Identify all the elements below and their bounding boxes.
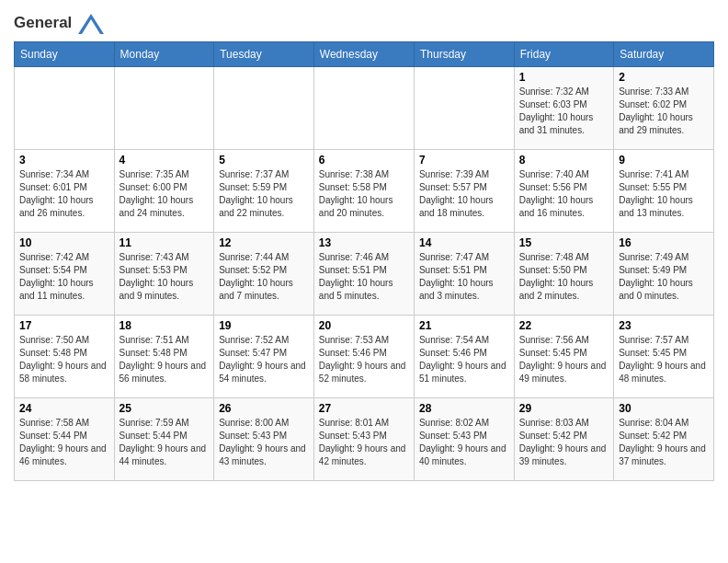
calendar-week-3: 10Sunrise: 7:42 AM Sunset: 5:54 PM Dayli… [15, 233, 714, 316]
calendar-cell: 22Sunrise: 7:56 AM Sunset: 5:45 PM Dayli… [514, 316, 613, 398]
calendar-table: SundayMondayTuesdayWednesdayThursdayFrid… [14, 41, 714, 481]
day-number: 24 [19, 402, 109, 415]
calendar-cell [313, 67, 414, 150]
calendar-cell: 23Sunrise: 7:57 AM Sunset: 5:45 PM Dayli… [614, 316, 714, 398]
day-info: Sunrise: 7:48 AM Sunset: 5:50 PM Dayligh… [519, 251, 609, 303]
calendar-cell: 12Sunrise: 7:44 AM Sunset: 5:52 PM Dayli… [214, 233, 314, 316]
calendar-week-1: 1Sunrise: 7:32 AM Sunset: 6:03 PM Daylig… [15, 67, 714, 150]
day-number: 28 [419, 402, 509, 415]
day-info: Sunrise: 7:32 AM Sunset: 6:03 PM Dayligh… [519, 86, 609, 137]
logo-triangle-icon [78, 14, 104, 34]
day-info: Sunrise: 7:42 AM Sunset: 5:54 PM Dayligh… [19, 251, 109, 303]
day-number: 7 [419, 154, 509, 167]
day-info: Sunrise: 7:58 AM Sunset: 5:44 PM Dayligh… [19, 417, 109, 468]
calendar-cell [414, 67, 514, 150]
calendar-cell: 30Sunrise: 8:04 AM Sunset: 5:42 PM Dayli… [614, 398, 714, 481]
day-info: Sunrise: 8:04 AM Sunset: 5:42 PM Dayligh… [619, 417, 709, 468]
calendar-cell: 28Sunrise: 8:02 AM Sunset: 5:43 PM Dayli… [414, 398, 514, 481]
calendar-cell [15, 67, 115, 150]
day-info: Sunrise: 7:33 AM Sunset: 6:02 PM Dayligh… [619, 86, 709, 137]
day-info: Sunrise: 7:44 AM Sunset: 5:52 PM Dayligh… [219, 251, 309, 303]
calendar-cell: 5Sunrise: 7:37 AM Sunset: 5:59 PM Daylig… [214, 150, 314, 233]
day-number: 18 [119, 319, 210, 332]
day-number: 14 [419, 236, 509, 249]
calendar-week-2: 3Sunrise: 7:34 AM Sunset: 6:01 PM Daylig… [15, 150, 714, 233]
day-header-sunday: Sunday [15, 42, 115, 67]
day-info: Sunrise: 7:59 AM Sunset: 5:44 PM Dayligh… [119, 417, 210, 468]
calendar-header-row: SundayMondayTuesdayWednesdayThursdayFrid… [15, 42, 714, 67]
calendar-cell [114, 67, 214, 150]
day-number: 8 [519, 154, 609, 167]
calendar-cell: 13Sunrise: 7:46 AM Sunset: 5:51 PM Dayli… [313, 233, 414, 316]
calendar-cell: 27Sunrise: 8:01 AM Sunset: 5:43 PM Dayli… [313, 398, 414, 481]
day-number: 9 [619, 154, 709, 167]
day-info: Sunrise: 7:53 AM Sunset: 5:46 PM Dayligh… [319, 334, 409, 385]
calendar-cell: 26Sunrise: 8:00 AM Sunset: 5:43 PM Dayli… [214, 398, 314, 481]
day-info: Sunrise: 7:43 AM Sunset: 5:53 PM Dayligh… [119, 251, 210, 303]
day-number: 16 [619, 236, 709, 249]
calendar-cell: 7Sunrise: 7:39 AM Sunset: 5:57 PM Daylig… [414, 150, 514, 233]
calendar-cell: 8Sunrise: 7:40 AM Sunset: 5:56 PM Daylig… [514, 150, 613, 233]
calendar-cell: 29Sunrise: 8:03 AM Sunset: 5:42 PM Dayli… [514, 398, 613, 481]
calendar-cell: 11Sunrise: 7:43 AM Sunset: 5:53 PM Dayli… [114, 233, 214, 316]
calendar-cell [214, 67, 314, 150]
day-info: Sunrise: 7:52 AM Sunset: 5:47 PM Dayligh… [219, 334, 309, 385]
day-number: 5 [219, 154, 309, 167]
calendar-cell: 10Sunrise: 7:42 AM Sunset: 5:54 PM Dayli… [15, 233, 115, 316]
day-number: 2 [619, 71, 709, 84]
day-number: 19 [219, 319, 309, 332]
calendar-cell: 15Sunrise: 7:48 AM Sunset: 5:50 PM Dayli… [514, 233, 613, 316]
calendar-cell: 17Sunrise: 7:50 AM Sunset: 5:48 PM Dayli… [15, 316, 115, 398]
logo: General [14, 14, 104, 32]
day-info: Sunrise: 8:03 AM Sunset: 5:42 PM Dayligh… [519, 417, 609, 468]
day-number: 10 [19, 236, 109, 249]
calendar-cell: 9Sunrise: 7:41 AM Sunset: 5:55 PM Daylig… [614, 150, 714, 233]
calendar-cell: 2Sunrise: 7:33 AM Sunset: 6:02 PM Daylig… [614, 67, 714, 150]
day-info: Sunrise: 7:46 AM Sunset: 5:51 PM Dayligh… [319, 251, 409, 303]
day-number: 4 [119, 154, 210, 167]
day-number: 29 [519, 402, 609, 415]
day-number: 22 [519, 319, 609, 332]
day-info: Sunrise: 7:51 AM Sunset: 5:48 PM Dayligh… [119, 334, 210, 385]
day-number: 15 [519, 236, 609, 249]
day-info: Sunrise: 7:38 AM Sunset: 5:58 PM Dayligh… [319, 168, 409, 220]
day-number: 23 [619, 319, 709, 332]
day-info: Sunrise: 7:49 AM Sunset: 5:49 PM Dayligh… [619, 251, 709, 303]
day-info: Sunrise: 8:01 AM Sunset: 5:43 PM Dayligh… [319, 417, 409, 468]
day-info: Sunrise: 7:41 AM Sunset: 5:55 PM Dayligh… [619, 168, 709, 220]
day-number: 17 [19, 319, 109, 332]
day-info: Sunrise: 8:00 AM Sunset: 5:43 PM Dayligh… [219, 417, 309, 468]
calendar-cell: 24Sunrise: 7:58 AM Sunset: 5:44 PM Dayli… [15, 398, 115, 481]
day-info: Sunrise: 8:02 AM Sunset: 5:43 PM Dayligh… [419, 417, 509, 468]
day-number: 13 [319, 236, 409, 249]
day-info: Sunrise: 7:47 AM Sunset: 5:51 PM Dayligh… [419, 251, 509, 303]
day-header-monday: Monday [114, 42, 214, 67]
day-info: Sunrise: 7:34 AM Sunset: 6:01 PM Dayligh… [19, 168, 109, 220]
calendar-cell: 14Sunrise: 7:47 AM Sunset: 5:51 PM Dayli… [414, 233, 514, 316]
day-number: 6 [319, 154, 409, 167]
day-number: 21 [419, 319, 509, 332]
day-info: Sunrise: 7:56 AM Sunset: 5:45 PM Dayligh… [519, 334, 609, 385]
day-info: Sunrise: 7:40 AM Sunset: 5:56 PM Dayligh… [519, 168, 609, 220]
day-header-friday: Friday [514, 42, 613, 67]
day-number: 1 [519, 71, 609, 84]
day-info: Sunrise: 7:35 AM Sunset: 6:00 PM Dayligh… [119, 168, 210, 220]
day-info: Sunrise: 7:50 AM Sunset: 5:48 PM Dayligh… [19, 334, 109, 385]
day-info: Sunrise: 7:39 AM Sunset: 5:57 PM Dayligh… [419, 168, 509, 220]
day-number: 26 [219, 402, 309, 415]
logo-text: General [14, 14, 104, 34]
day-number: 11 [119, 236, 210, 249]
day-info: Sunrise: 7:57 AM Sunset: 5:45 PM Dayligh… [619, 334, 709, 385]
calendar-cell: 20Sunrise: 7:53 AM Sunset: 5:46 PM Dayli… [313, 316, 414, 398]
calendar-cell: 18Sunrise: 7:51 AM Sunset: 5:48 PM Dayli… [114, 316, 214, 398]
day-header-tuesday: Tuesday [214, 42, 314, 67]
day-info: Sunrise: 7:37 AM Sunset: 5:59 PM Dayligh… [219, 168, 309, 220]
calendar-cell: 25Sunrise: 7:59 AM Sunset: 5:44 PM Dayli… [114, 398, 214, 481]
calendar-cell: 21Sunrise: 7:54 AM Sunset: 5:46 PM Dayli… [414, 316, 514, 398]
day-number: 27 [319, 402, 409, 415]
calendar-cell: 19Sunrise: 7:52 AM Sunset: 5:47 PM Dayli… [214, 316, 314, 398]
calendar-cell: 16Sunrise: 7:49 AM Sunset: 5:49 PM Dayli… [614, 233, 714, 316]
calendar-week-4: 17Sunrise: 7:50 AM Sunset: 5:48 PM Dayli… [15, 316, 714, 398]
day-header-wednesday: Wednesday [313, 42, 414, 67]
day-number: 20 [319, 319, 409, 332]
